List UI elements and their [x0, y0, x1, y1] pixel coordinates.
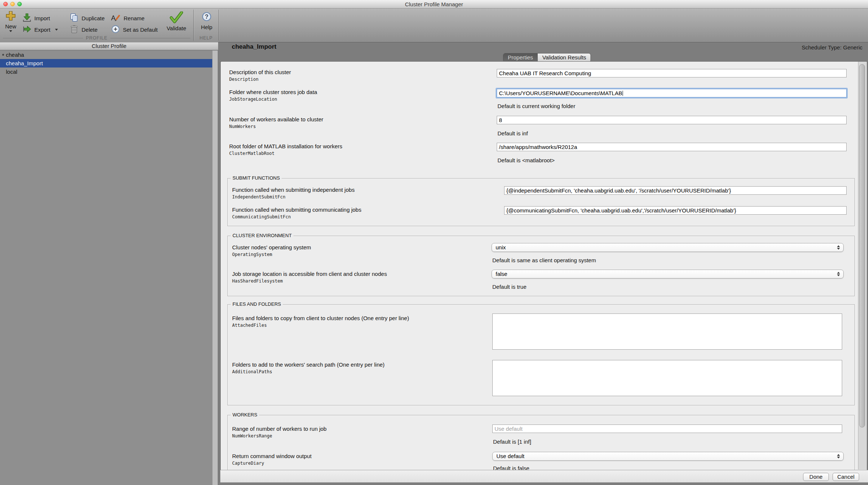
submit-functions-legend: SUBMIT FUNCTIONS: [231, 175, 282, 181]
field-label-cluster-matlab-root: Root folder of MATLAB installation for w…: [229, 143, 342, 156]
field-label-operating-system: Cluster nodes' operating system Operatin…: [232, 245, 311, 257]
toolbar-separator: [218, 10, 219, 41]
job-storage-location-hint: Default is current working folder: [497, 103, 575, 109]
duplicate-icon: [69, 13, 79, 24]
tab-validation-results[interactable]: Validation Results: [538, 53, 590, 62]
help-button[interactable]: ? Help: [197, 11, 216, 30]
description-input[interactable]: Cheaha UAB IT Research Computing: [497, 69, 847, 77]
capture-diary-hint: Default is false: [493, 465, 529, 470]
help-question-icon: ?: [201, 11, 212, 23]
sidebar-item-label: cheaha_Import: [6, 60, 43, 66]
field-label-num-workers: Number of workers available to cluster N…: [229, 117, 323, 129]
validate-check-icon: [169, 11, 184, 24]
job-storage-location-input[interactable]: C:\Users/YOURUSERNAME\Documents\MATLAB: [497, 89, 847, 97]
cluster-profile-panel-header: Cluster Profile: [0, 42, 218, 50]
field-label-additional-paths: Folders to add to the workers' search pa…: [232, 362, 385, 375]
new-button[interactable]: New: [2, 10, 19, 32]
import-button[interactable]: Import: [22, 13, 50, 23]
title-bar: Cluster Profile Manager: [0, 0, 868, 8]
delete-button[interactable]: Delete: [69, 24, 97, 35]
field-label-num-workers-range: Range of number of workers to run job Nu…: [232, 426, 327, 439]
tab-properties[interactable]: Properties: [503, 53, 538, 62]
independent-submit-fcn-input[interactable]: {@independentSubmitFcn, 'cheaha.uabgrid.…: [504, 186, 847, 195]
rename-label: Rename: [124, 15, 145, 21]
dropdown-spinner-icon: [837, 272, 840, 276]
import-icon: [22, 13, 32, 24]
new-label: New: [5, 23, 16, 30]
set-as-default-label: Set as Default: [123, 27, 158, 33]
export-button[interactable]: Export: [22, 24, 58, 35]
svg-text:?: ?: [205, 14, 209, 20]
scheduler-type-label: Scheduler Type: Generic: [802, 44, 862, 51]
panel-scrollbar[interactable]: [858, 62, 867, 470]
duplicate-label: Duplicate: [82, 15, 105, 21]
sidebar-item-label: local: [6, 69, 17, 75]
sidebar-item-label: cheaha: [6, 52, 24, 58]
export-dropdown-arrow: [55, 29, 58, 31]
cluster-profile-manager-window: Cluster Profile Manager PROFILE HELP New…: [0, 0, 868, 485]
profile-group-label: PROFILE: [3, 35, 190, 41]
cluster-matlab-root-input[interactable]: /share/apps/mathworks/R2012a: [497, 143, 847, 151]
delete-label: Delete: [82, 27, 97, 33]
dropdown-spinner-icon: [837, 245, 840, 250]
attached-files-textarea[interactable]: [492, 313, 842, 350]
field-label-communicating-submit-fcn: Function called when submitting communic…: [232, 207, 361, 220]
properties-panel: Description of this cluster Description …: [220, 61, 867, 470]
communicating-submit-fcn-input[interactable]: {@communicatingSubmitFcn, 'cheaha.uabgri…: [504, 206, 847, 215]
num-workers-range-hint: Default is [1 inf]: [493, 439, 531, 445]
has-shared-filesystem-dropdown[interactable]: false: [492, 270, 844, 278]
help-group-label: HELP: [197, 35, 216, 41]
field-label-independent-submit-fcn: Function called when submitting independ…: [232, 187, 355, 200]
validate-label: Validate: [166, 25, 186, 31]
field-label-attached-files: Files and folders to copy from client to…: [232, 315, 409, 328]
validate-button[interactable]: Validate: [165, 11, 188, 31]
export-label: Export: [34, 27, 50, 33]
files-and-folders-legend: FILES AND FOLDERS: [231, 301, 283, 307]
field-label-job-storage-location: Folder where cluster stores job data Job…: [229, 89, 317, 102]
workers-section: WORKERS: [227, 415, 855, 470]
text-caret: [623, 91, 623, 96]
dropdown-spinner-icon: [837, 454, 840, 458]
trash-icon: [69, 24, 79, 35]
field-label-has-shared-filesystem: Job storage location is accessible from …: [232, 271, 387, 284]
new-plus-icon: [5, 10, 16, 22]
set-as-default-button[interactable]: Set as Default: [111, 24, 158, 35]
help-label: Help: [201, 24, 213, 30]
num-workers-hint: Default is inf: [497, 130, 528, 136]
rename-pencil-icon: A: [111, 13, 121, 24]
svg-text:A: A: [111, 14, 116, 22]
cancel-button[interactable]: Cancel: [833, 473, 859, 481]
workers-legend: WORKERS: [231, 412, 259, 418]
operating-system-dropdown[interactable]: unix: [492, 243, 844, 252]
sidebar-item-cheaha-import[interactable]: cheaha_Import: [0, 59, 212, 67]
window-title: Cluster Profile Manager: [0, 1, 868, 7]
sidebar-scrollbar[interactable]: [212, 51, 218, 485]
panel-scrollbar-thumb[interactable]: [859, 64, 865, 427]
operating-system-hint: Default is same as client operating syst…: [492, 257, 596, 263]
rename-button[interactable]: A Rename: [111, 13, 145, 23]
num-workers-range-input[interactable]: Use default: [492, 425, 842, 433]
capture-diary-dropdown[interactable]: Use default: [492, 452, 844, 461]
selected-profile-title: cheaha_Import: [232, 43, 276, 51]
default-profile-dot: [2, 54, 4, 56]
new-dropdown-arrow: [9, 30, 12, 32]
footer-bar: Done Cancel: [220, 470, 868, 482]
toolbar-separator: [193, 10, 194, 41]
duplicate-button[interactable]: Duplicate: [69, 13, 105, 23]
cluster-profile-list: cheaha cheaha_Import local: [0, 51, 218, 485]
num-workers-input[interactable]: 8: [497, 116, 847, 124]
done-button[interactable]: Done: [803, 473, 829, 481]
import-label: Import: [34, 15, 50, 21]
has-shared-filesystem-hint: Default is true: [492, 284, 527, 290]
export-icon: [22, 24, 32, 35]
cluster-matlab-root-hint: Default is <matlabroot>: [497, 157, 555, 163]
toolbar: PROFILE HELP New Import Export: [0, 8, 868, 42]
plus-circle-icon: [111, 24, 120, 35]
additional-paths-textarea[interactable]: [492, 360, 842, 396]
cluster-environment-legend: CLUSTER ENVIRONMENT: [231, 233, 293, 238]
field-label-capture-diary: Return command window output CaptureDiar…: [232, 453, 311, 466]
field-label-description: Description of this cluster Description: [229, 69, 291, 82]
sidebar-item-cheaha[interactable]: cheaha: [0, 51, 212, 59]
sidebar-item-local[interactable]: local: [0, 67, 212, 76]
